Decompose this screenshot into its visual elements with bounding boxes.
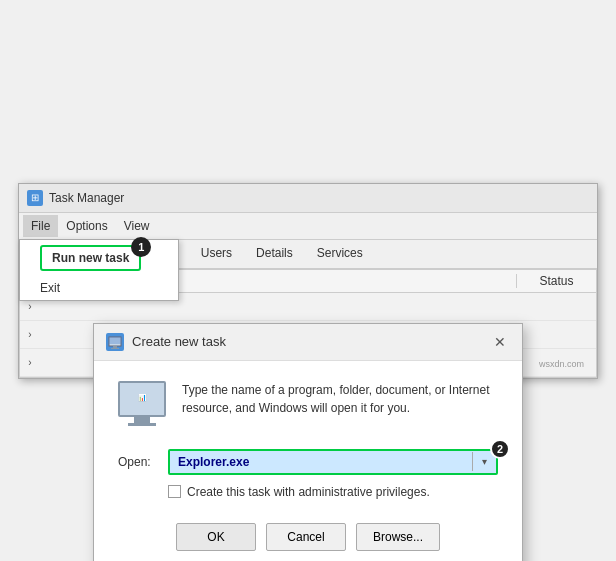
dialog-title-bar: Create new task ✕	[94, 324, 522, 361]
run-new-task-dropdown-item[interactable]: Run new task 1	[20, 240, 178, 276]
open-label: Open:	[118, 455, 158, 469]
main-wrapper: › › ›	[20, 293, 596, 377]
ok-button[interactable]: OK	[176, 523, 256, 551]
browse-button[interactable]: Browse...	[356, 523, 440, 551]
tab-services[interactable]: Services	[305, 240, 375, 268]
dialog-overlay: Create new task ✕ 📊	[20, 293, 596, 377]
title-bar-text: Task Manager	[49, 191, 124, 205]
run-new-task-button[interactable]: Run new task 1	[40, 245, 141, 271]
tab-users[interactable]: Users	[189, 240, 244, 268]
admin-checkbox-label: Create this task with administrative pri…	[187, 485, 430, 499]
monitor-base	[128, 423, 156, 426]
svg-rect-2	[113, 346, 117, 348]
menu-options[interactable]: Options	[58, 215, 115, 237]
computer-icon: 📊	[118, 381, 166, 429]
file-dropdown: Run new task 1 Exit	[19, 239, 179, 301]
menu-file[interactable]: File	[23, 215, 58, 237]
dialog-open-row: Open: ▾ 2	[118, 449, 498, 475]
dialog-icon	[106, 333, 124, 351]
create-new-task-dialog: Create new task ✕ 📊	[93, 323, 523, 562]
dialog-close-button[interactable]: ✕	[490, 332, 510, 352]
svg-rect-3	[111, 348, 119, 349]
menu-view[interactable]: View	[116, 215, 158, 237]
title-bar-icon: ⊞	[27, 190, 43, 206]
admin-checkbox-row: Create this task with administrative pri…	[168, 485, 498, 499]
badge-one: 1	[131, 237, 151, 257]
dialog-description: Type the name of a program, folder, docu…	[182, 381, 498, 417]
admin-checkbox[interactable]	[168, 485, 181, 498]
dialog-title-text: Create new task	[132, 334, 226, 349]
watermark: wsxdn.com	[539, 359, 584, 369]
column-status: Status	[516, 274, 596, 288]
menu-bar: File Options View Run new task 1 Exit	[19, 213, 597, 240]
tab-details[interactable]: Details	[244, 240, 305, 268]
open-input-wrapper: ▾ 2	[168, 449, 498, 475]
svg-rect-1	[109, 337, 121, 344]
exit-dropdown-item[interactable]: Exit	[20, 276, 178, 300]
dialog-top-section: 📊 Type the name of a program, folder, do…	[118, 381, 498, 429]
badge-two: 2	[490, 439, 510, 459]
dialog-buttons: OK Cancel Browse...	[118, 523, 498, 559]
cancel-button[interactable]: Cancel	[266, 523, 346, 551]
title-bar: ⊞ Task Manager	[19, 184, 597, 213]
computer-monitor: 📊	[118, 381, 166, 417]
dialog-body: 📊 Type the name of a program, folder, do…	[94, 361, 522, 562]
open-input[interactable]	[170, 451, 472, 473]
